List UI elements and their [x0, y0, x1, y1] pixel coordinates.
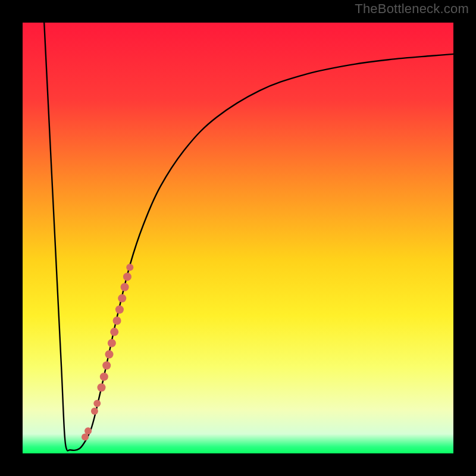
plot-background [23, 23, 453, 453]
highlight-dot [126, 264, 133, 271]
highlight-dot [115, 305, 124, 314]
watermark-label: TheBottleneck.com [355, 1, 469, 17]
highlight-dot [123, 273, 131, 281]
chart-container: TheBottleneck.com [0, 0, 476, 476]
highlight-dot [105, 350, 114, 358]
highlight-dot [102, 361, 111, 369]
highlight-dot [91, 408, 98, 415]
bottleneck-chart [0, 0, 476, 476]
highlight-dot [113, 317, 121, 325]
highlight-dot [110, 328, 118, 336]
highlight-dot [108, 339, 116, 347]
highlight-dot [84, 427, 92, 434]
highlight-dot [121, 283, 129, 292]
highlight-dot [100, 372, 108, 381]
highlight-dot [118, 294, 126, 302]
highlight-dot [97, 383, 105, 392]
highlight-dot [93, 400, 101, 407]
